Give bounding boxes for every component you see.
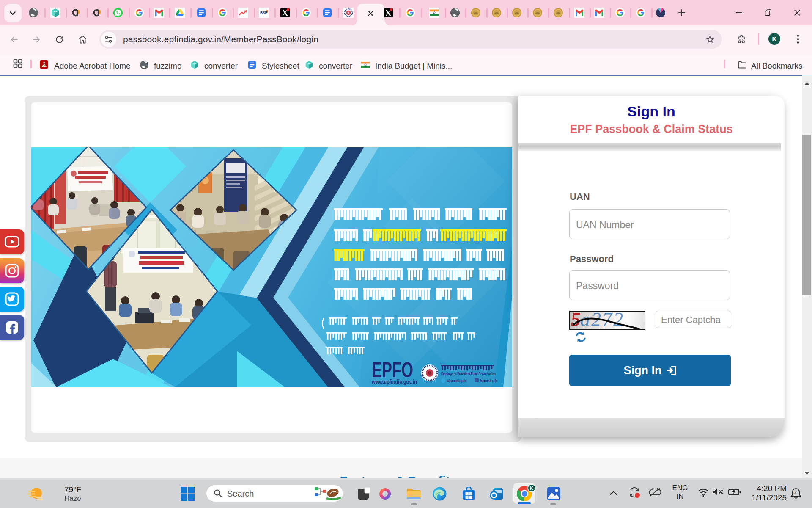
svg-text:EPFO: EPFO — [372, 358, 413, 381]
svg-text:BSE: BSE — [260, 11, 268, 15]
svg-text:Employees' Provident Fund Orga: Employees' Provident Fund Organisation — [441, 372, 496, 377]
svg-text:z: z — [794, 491, 796, 495]
svg-text:www.epfindia.gov.in: www.epfindia.gov.in — [371, 379, 417, 385]
svg-text:@socialepfo: @socialepfo — [447, 378, 467, 383]
svg-text:/socialepfo: /socialepfo — [480, 378, 498, 383]
